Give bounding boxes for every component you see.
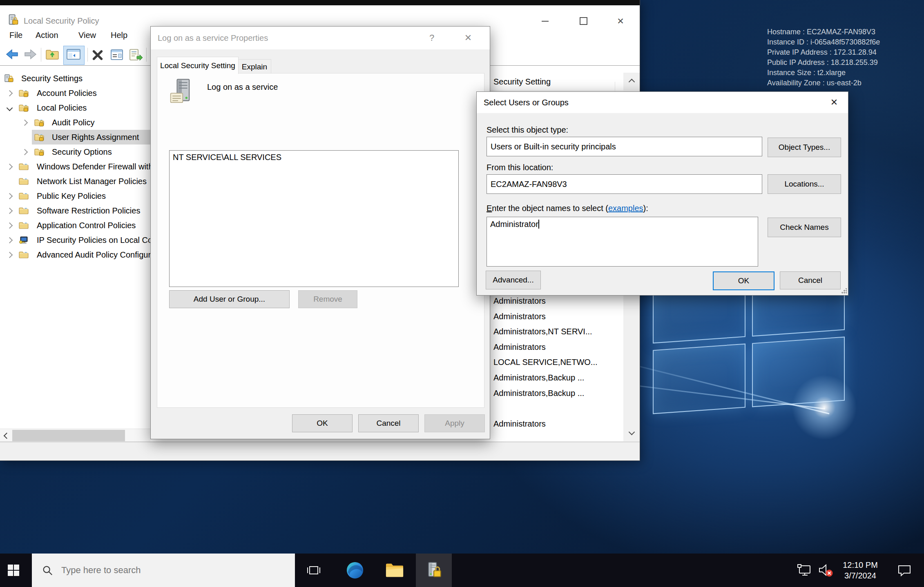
tree-item-application-control-policies[interactable]: Application Control Policies: [0, 218, 150, 233]
menu-file[interactable]: File: [9, 26, 22, 44]
cancel-button[interactable]: Cancel: [780, 271, 841, 289]
object-types-button[interactable]: Object Types...: [768, 138, 841, 157]
edge-browser-icon[interactable]: [343, 554, 367, 587]
taskbar-search[interactable]: [32, 554, 295, 587]
scrollbar-thumb[interactable]: [12, 430, 125, 441]
menu-help[interactable]: Help: [111, 26, 127, 44]
help-button[interactable]: ?: [424, 27, 440, 49]
security-setting-value: Administrators,NT SERVI...: [493, 327, 592, 336]
close-icon[interactable]: ✕: [825, 92, 844, 113]
ec2-info-line: Availability Zone : us-east-2b: [767, 78, 880, 88]
menu-view[interactable]: View: [78, 26, 96, 44]
security-setting-value: Administrators: [493, 312, 546, 321]
ok-button[interactable]: OK: [713, 271, 774, 290]
tree-item-software-restriction-policies[interactable]: Software Restriction Policies: [0, 203, 150, 218]
resize-grip[interactable]: [841, 288, 847, 294]
export-folder-icon[interactable]: [46, 49, 59, 62]
taskbar-clock[interactable]: 12:10 PM 3/7/2024: [836, 554, 885, 587]
start-button[interactable]: [0, 554, 27, 587]
column-header-security-setting[interactable]: Security Setting: [490, 73, 623, 91]
scroll-down-arrow[interactable]: [623, 425, 640, 441]
list-row[interactable]: Administrators,NT SERVI...: [490, 324, 623, 339]
tree-item-security-options[interactable]: Security Options: [0, 145, 150, 159]
remove-button[interactable]: Remove: [298, 290, 357, 308]
chevron-right-icon[interactable]: [7, 208, 13, 214]
tree-item-advanced-audit-policy-configuration[interactable]: Advanced Audit Policy Configuration: [0, 247, 150, 262]
object-names-input[interactable]: Administrator: [487, 217, 758, 267]
chevron-right-icon[interactable]: [7, 193, 13, 200]
horizontal-scrollbar[interactable]: [0, 429, 150, 442]
tree-item-ip-security-policies-on-local-computer[interactable]: IP Security Policies on Local Computer: [0, 233, 150, 247]
task-view-button[interactable]: [303, 554, 324, 587]
tab-explain[interactable]: Explain: [238, 59, 271, 74]
search-icon: [42, 565, 53, 576]
list-row[interactable]: Administrators,Backup ...: [490, 385, 623, 401]
chevron-right-icon[interactable]: [7, 222, 13, 229]
cancel-button[interactable]: Cancel: [358, 414, 419, 432]
search-input[interactable]: [60, 565, 258, 576]
policy-name: Log on as a service: [207, 82, 278, 92]
list-row[interactable]: Administrators,Backup ...: [490, 370, 623, 385]
export-list-icon[interactable]: [129, 49, 143, 62]
close-icon[interactable]: ✕: [460, 27, 476, 49]
tree-item-local-policies[interactable]: Local Policies: [0, 100, 150, 115]
members-listbox[interactable]: NT SERVICE\ALL SERVICES: [169, 150, 459, 287]
volume-muted-icon[interactable]: [815, 554, 835, 587]
tab-local-security-setting[interactable]: Local Security Setting: [157, 57, 239, 74]
list-row[interactable]: Administrators: [490, 416, 623, 431]
tree-item-label: Windows Defender Firewall with Advanced …: [37, 159, 150, 174]
examples-link[interactable]: examples: [608, 204, 643, 213]
chevron-right-icon[interactable]: [22, 120, 28, 126]
dialog-titlebar[interactable]: Select Users or Groups ✕: [477, 92, 848, 113]
select-users-or-groups-dialog: Select Users or Groups ✕ Select this obj…: [476, 91, 848, 296]
policy-icon: [170, 78, 194, 107]
tree-item-audit-policy[interactable]: Audit Policy: [0, 115, 150, 130]
light-flare: [792, 375, 857, 440]
member-item[interactable]: NT SERVICE\ALL SERVICES: [170, 151, 458, 164]
tree-item-network-list-manager-policies[interactable]: Network List Manager Policies: [0, 174, 150, 189]
tree-item-windows-defender-firewall-with-advanced-security[interactable]: Windows Defender Firewall with Advanced …: [0, 159, 150, 174]
network-icon[interactable]: [795, 554, 814, 587]
local-security-policy-taskbar-icon[interactable]: [416, 554, 452, 587]
scroll-up-arrow[interactable]: [623, 73, 640, 89]
scroll-left-arrow[interactable]: [0, 429, 12, 442]
folder-icon: [19, 192, 29, 200]
chevron-right-icon[interactable]: [22, 149, 28, 156]
apply-button[interactable]: Apply: [424, 414, 485, 432]
check-names-button[interactable]: Check Names: [768, 218, 841, 237]
tree-item-account-policies[interactable]: Account Policies: [0, 86, 150, 100]
ec2-info-line: Instance ID : i-065a48f5730882f6e: [767, 37, 880, 47]
action-center-icon[interactable]: [893, 554, 916, 587]
chevron-right-icon[interactable]: [7, 90, 13, 97]
show-console-tree-toggle[interactable]: [63, 46, 85, 65]
properties-icon[interactable]: [110, 49, 123, 62]
security-setting-value: LOCAL SERVICE,NETWO...: [493, 358, 598, 367]
add-user-or-group-button[interactable]: Add User or Group...: [169, 290, 290, 308]
ok-button[interactable]: OK: [292, 414, 353, 432]
locations-button[interactable]: Locations...: [768, 174, 841, 194]
tree-item-security-settings[interactable]: Security Settings: [0, 71, 150, 86]
menu-action[interactable]: Action: [36, 26, 58, 44]
chevron-right-icon[interactable]: [7, 252, 13, 258]
security-setting-value: Administrators,Backup ...: [493, 373, 584, 382]
list-row[interactable]: LOCAL SERVICE,NETWO...: [490, 354, 623, 370]
list-row[interactable]: Administrators: [490, 339, 623, 355]
window-titlebar[interactable]: Local Security Policy ✕: [0, 5, 640, 26]
advanced-button[interactable]: Advanced...: [486, 271, 541, 289]
delete-icon[interactable]: [92, 49, 104, 62]
dialog-titlebar[interactable]: Log on as a service Properties ? ✕: [151, 27, 490, 49]
toolbar-separator: [87, 48, 88, 62]
chevron-down-icon[interactable]: [7, 105, 13, 111]
chevron-right-icon[interactable]: [7, 237, 13, 244]
chevron-right-icon[interactable]: [7, 164, 13, 170]
object-type-field[interactable]: Users or Built-in security principals: [487, 137, 762, 156]
window-top-strip: [0, 0, 640, 5]
from-location-field[interactable]: EC2AMAZ-FAN98V3: [487, 174, 762, 194]
back-icon[interactable]: [6, 49, 20, 62]
tree-item-public-key-policies[interactable]: Public Key Policies: [0, 189, 150, 203]
forward-icon[interactable]: [23, 49, 37, 62]
clock-date: 3/7/2024: [836, 570, 885, 581]
file-explorer-icon[interactable]: [382, 554, 407, 587]
list-row[interactable]: Administrators: [490, 309, 623, 324]
tree-item-user-rights-assignment[interactable]: User Rights Assignment: [0, 130, 150, 145]
